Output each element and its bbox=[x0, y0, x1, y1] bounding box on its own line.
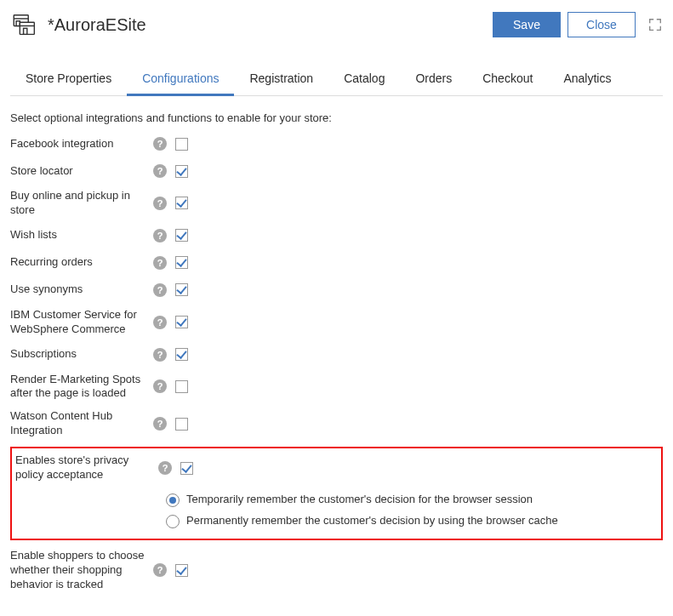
option-checkbox[interactable] bbox=[175, 316, 188, 328]
option-label: Recurring orders bbox=[10, 255, 153, 270]
option-label: Store locator bbox=[10, 164, 153, 179]
tab-registration[interactable]: Registration bbox=[234, 63, 328, 95]
option-label: Render E-Marketing Spots after the page … bbox=[10, 373, 153, 402]
option-checkbox[interactable] bbox=[175, 197, 188, 209]
help-icon[interactable]: ? bbox=[153, 348, 167, 362]
tab-checkout[interactable]: Checkout bbox=[467, 63, 548, 95]
option-checkbox[interactable] bbox=[175, 138, 188, 151]
option-checkbox[interactable] bbox=[175, 283, 188, 296]
help-icon[interactable]: ? bbox=[153, 316, 167, 329]
help-icon[interactable]: ? bbox=[153, 379, 167, 393]
option-checkbox[interactable] bbox=[175, 348, 188, 361]
tracking-label: Enable shoppers to choose whether their … bbox=[10, 549, 153, 592]
option-label: Subscriptions bbox=[10, 347, 153, 362]
help-icon[interactable]: ? bbox=[153, 417, 167, 431]
help-icon[interactable]: ? bbox=[153, 283, 167, 297]
help-icon[interactable]: ? bbox=[153, 164, 167, 178]
store-icon bbox=[10, 10, 39, 39]
tracking-checkbox[interactable] bbox=[175, 564, 188, 577]
option-label: Wish lists bbox=[10, 228, 153, 242]
tab-store-properties[interactable]: Store Properties bbox=[10, 63, 127, 95]
privacy-checkbox[interactable] bbox=[180, 462, 193, 475]
privacy-radio-label: Temporarily remember the customer's deci… bbox=[186, 493, 533, 505]
tab-analytics[interactable]: Analytics bbox=[548, 63, 626, 95]
option-checkbox[interactable] bbox=[175, 418, 188, 431]
tab-catalog[interactable]: Catalog bbox=[328, 63, 400, 95]
close-button[interactable]: Close bbox=[567, 12, 636, 37]
option-checkbox[interactable] bbox=[175, 165, 188, 178]
option-checkbox[interactable] bbox=[175, 256, 188, 269]
section-intro: Select optional integrations and functio… bbox=[10, 111, 663, 124]
privacy-label: Enables store's privacy policy acceptanc… bbox=[15, 453, 158, 482]
svg-rect-3 bbox=[24, 28, 27, 34]
help-icon[interactable]: ? bbox=[153, 229, 167, 242]
help-icon[interactable]: ? bbox=[153, 256, 167, 270]
privacy-radio[interactable] bbox=[166, 515, 180, 528]
help-icon[interactable]: ? bbox=[158, 461, 172, 475]
option-label: IBM Customer Service for WebSphere Comme… bbox=[10, 308, 153, 337]
privacy-highlight-box: Enables store's privacy policy acceptanc… bbox=[10, 447, 663, 540]
option-label: Facebook integration bbox=[10, 137, 153, 151]
page-title: *AuroraESite bbox=[48, 15, 486, 35]
help-icon[interactable]: ? bbox=[153, 563, 167, 577]
tab-configurations[interactable]: Configurations bbox=[127, 63, 234, 96]
option-checkbox[interactable] bbox=[175, 229, 188, 242]
option-label: Watson Content Hub Integration bbox=[10, 409, 153, 438]
option-label: Use synonyms bbox=[10, 282, 153, 297]
option-checkbox[interactable] bbox=[175, 380, 188, 393]
option-label: Buy online and pickup in store bbox=[10, 189, 153, 218]
save-button[interactable]: Save bbox=[493, 12, 561, 37]
expand-icon[interactable] bbox=[647, 17, 663, 32]
privacy-radio[interactable] bbox=[166, 493, 180, 507]
privacy-radio-label: Permanently remember the customer's deci… bbox=[186, 514, 558, 527]
tab-orders[interactable]: Orders bbox=[400, 63, 467, 95]
help-icon[interactable]: ? bbox=[153, 197, 167, 210]
help-icon[interactable]: ? bbox=[153, 137, 167, 151]
